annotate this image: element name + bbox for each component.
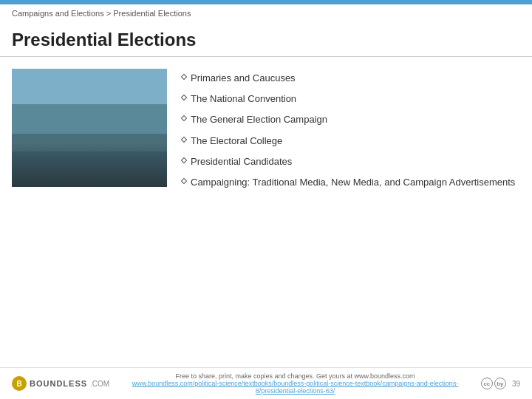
page-number: 39 [512,380,520,388]
cc-by-icon: by [494,378,506,389]
footer-logo: B BOUNDLESS .COM [12,376,109,391]
bullet-item-text: Campaigning: Traditional Media, New Medi… [191,176,515,189]
page-title-area: Presidential Elections [0,22,532,57]
bullet-item-text: Presidential Candidates [191,155,292,168]
cc-icon: cc [481,378,493,389]
footer: B BOUNDLESS .COM Free to share, print, m… [0,367,532,399]
footer-text-area: Free to share, print, make copies and ch… [115,372,475,395]
bullet-dot-icon [181,178,187,184]
page-title: Presidential Elections [12,30,520,50]
footer-link[interactable]: www.boundless.com/political-science/text… [132,380,459,395]
list-item: The Electoral College [182,134,520,148]
bullet-list: Primaries and CaucusesThe National Conve… [182,69,520,189]
bullet-dot-icon [181,157,187,163]
footer-free-text: Free to share, print, make copies and ch… [175,372,415,380]
list-item: Presidential Candidates [182,155,520,168]
bullet-dot-icon [181,95,187,100]
list-item: The National Convention [182,92,520,106]
content-area: Primaries and CaucusesThe National Conve… [0,57,532,201]
list-item: Campaigning: Traditional Media, New Medi… [182,176,520,189]
bullet-dot-icon [181,115,187,121]
footer-cc: cc by 39 [481,378,520,389]
bullet-item-text: Primaries and Caucuses [191,72,296,85]
breadcrumb: Campaigns and Elections > Presidential E… [0,4,532,22]
bullet-dot-icon [181,74,187,80]
logo-brand-text: BOUNDLESS [30,379,87,388]
bullet-item-text: The General Election Campaign [191,113,327,126]
bullet-item-text: The Electoral College [191,134,282,148]
list-item: Primaries and Caucuses [182,72,520,85]
bullet-item-text: The National Convention [191,92,296,106]
content-image [12,69,167,187]
breadcrumb-text: Campaigns and Elections > Presidential E… [12,9,191,18]
logo-icon: B [12,376,27,391]
list-item: The General Election Campaign [182,113,520,126]
logo-com-text: .COM [90,380,109,388]
bullet-dot-icon [181,136,187,142]
image-simulation [12,69,167,187]
